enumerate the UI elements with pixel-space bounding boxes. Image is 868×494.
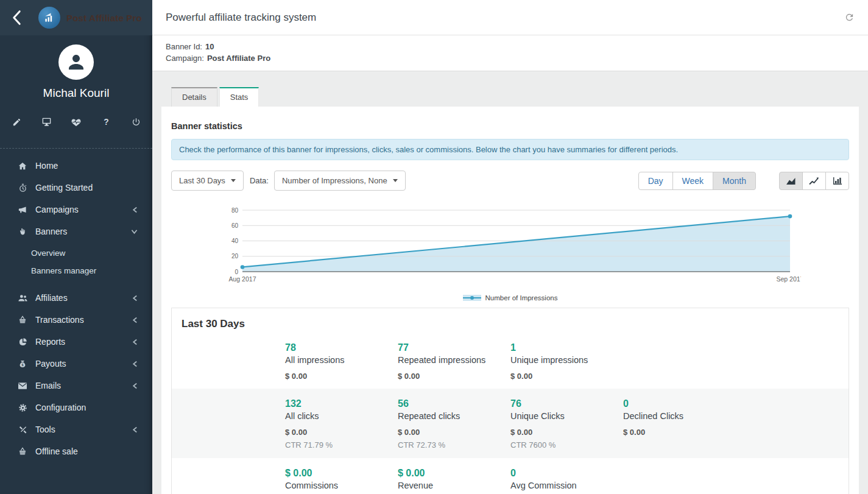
stat-value: 132 [285,397,398,410]
line-chart-icon [809,177,819,187]
sidebar-item-reports[interactable]: Reports [0,331,152,353]
sidebar-item-payouts[interactable]: $Payouts [0,353,152,375]
sidebar-item-label: Tools [35,425,132,434]
stat-commissions: $ 0.00Commissions [285,467,398,494]
power-icon[interactable] [130,116,141,127]
section-heading: Banner statistics [171,121,849,131]
sidebar-item-home[interactable]: Home [0,155,152,177]
chevron-left-icon [132,206,138,213]
tab-stats[interactable]: Stats [219,87,259,107]
back-icon[interactable] [12,10,21,26]
chevron-left-icon [132,295,138,302]
stat-ctr: CTR 7600 % [510,440,623,451]
granularity-group: DayWeekMonth [638,172,756,190]
chart-controls: DayWeekMonth [638,172,849,190]
granularity-month-button[interactable]: Month [713,172,756,190]
stat-value: $ 0.00 [285,467,398,479]
summary-heading: Last 30 Days [172,308,849,333]
stat-label: Declined Clicks [623,410,736,422]
granularity-week-button[interactable]: Week [672,172,714,190]
stat-all-clicks: 132All clicks$ 0.00CTR 71.79 % [285,397,398,451]
sidebar-item-label: Home [35,161,138,171]
chart-legend: Number of Impressions [171,294,849,302]
sidebar-item-getting-started[interactable]: Getting Started [0,177,152,199]
stat-label: Avg Commission [510,479,623,492]
sidebar-item-affiliates[interactable]: Affiliates [0,287,152,309]
sidebar-item-label: Emails [35,381,132,390]
banner-id-line: Banner Id:10 [166,41,855,52]
stat-money: $ 0.00 [285,371,398,381]
hand-pointer-icon [17,227,28,236]
envelope-icon [17,382,28,390]
sidebar-subitem-overview[interactable]: Overview [0,244,152,262]
chart-type-area-button[interactable] [779,172,803,190]
monitor-icon[interactable] [41,116,52,127]
chart-type-group [779,172,849,190]
stat-label: Unique impressions [510,354,623,366]
chart-type-bar-button[interactable] [825,172,849,190]
heartbeat-icon[interactable] [71,116,82,127]
sidebar-item-campaigns[interactable]: Campaigns [0,199,152,221]
sidebar-item-label: Payouts [35,359,132,369]
filter-row: Last 30 Days Data: Number of Impressions… [171,171,849,191]
stat-revenue: $ 0.00Revenue [398,467,510,494]
content: DetailsStats Banner statistics Check the… [152,71,868,494]
basket-icon [17,316,28,325]
sidebar-item-label: Campaigns [35,205,132,214]
campaign-line: Campaign:Post Affiliate Pro [166,52,855,64]
campaign-value: Post Affiliate Pro [207,54,270,63]
area-chart-icon [786,177,796,187]
granularity-day-button[interactable]: Day [638,172,673,190]
period-dropdown-label: Last 30 Days [179,176,225,185]
sidebar-item-banners[interactable]: Banners [0,221,152,242]
sidebar-item-label: Banners [35,227,131,236]
basket-icon [17,447,28,456]
stat-declined-clicks: 0Declined Clicks$ 0.00 [623,397,736,451]
chevron-down-icon [393,179,398,182]
legend-swatch-icon [463,295,481,301]
sidebar-item-offline-sale[interactable]: Offline sale [0,440,152,462]
sidebar-item-emails[interactable]: Emails [0,375,152,397]
stat-money: $ 0.00 [398,427,510,437]
summary-row: 132All clicks$ 0.00CTR 71.79 %56Repeated… [172,389,849,458]
svg-text:20: 20 [231,253,239,259]
stat-value: 77 [398,341,510,354]
avatar[interactable] [58,44,94,80]
chevron-left-icon [132,361,138,367]
tab-bar: DetailsStats [171,87,859,107]
row-spacer [172,467,285,494]
stat-money: $ 0.00 [398,371,510,381]
chart-type-line-button[interactable] [802,172,826,190]
legend-label: Number of Impressions [485,294,558,302]
stat-label: Repeated clicks [398,410,510,422]
sidebar-item-tools[interactable]: Tools [0,418,152,440]
main-area: Powerful affiliate tracking system Banne… [152,0,868,494]
svg-text:Aug 2017: Aug 2017 [229,275,256,283]
question-icon[interactable]: ? [101,116,111,127]
period-dropdown[interactable]: Last 30 Days [171,171,244,191]
sidebar-item-configuration[interactable]: Configuration [0,397,152,418]
chevron-left-icon [132,426,138,433]
sidebar-subitem-banners-manager[interactable]: Banners manager [0,262,152,280]
refresh-icon[interactable] [844,12,855,23]
sidebar-item-label: Transactions [35,315,132,325]
row-spacer [172,341,285,381]
campaign-label: Campaign: [166,54,204,63]
chevron-down-icon [231,179,236,182]
stat-value: 0 [510,467,623,479]
summary-panel: Last 30 Days 78All impressions$ 0.0077Re… [171,308,849,494]
sidebar-item-transactions[interactable]: Transactions [0,309,152,331]
stat-value: 1 [510,341,623,354]
pencil-icon[interactable] [11,116,22,127]
svg-text:60: 60 [231,222,239,229]
stat-unique-clicks: 76Unique Clicks$ 0.00CTR 7600 % [510,397,623,451]
data-label: Data: [250,176,269,185]
stat-ctr: CTR 72.73 % [398,440,510,451]
stat-label: Unique Clicks [510,410,623,422]
data-dropdown-label: Number of Impressions, None [282,176,387,185]
stat-money: $ 0.00 [510,427,623,437]
data-dropdown[interactable]: Number of Impressions, None [274,171,406,191]
summary-rows: 78All impressions$ 0.0077Repeated impres… [172,333,849,494]
tab-details[interactable]: Details [171,87,217,107]
app-logo-text: Post Affiliate Pro [66,13,142,23]
